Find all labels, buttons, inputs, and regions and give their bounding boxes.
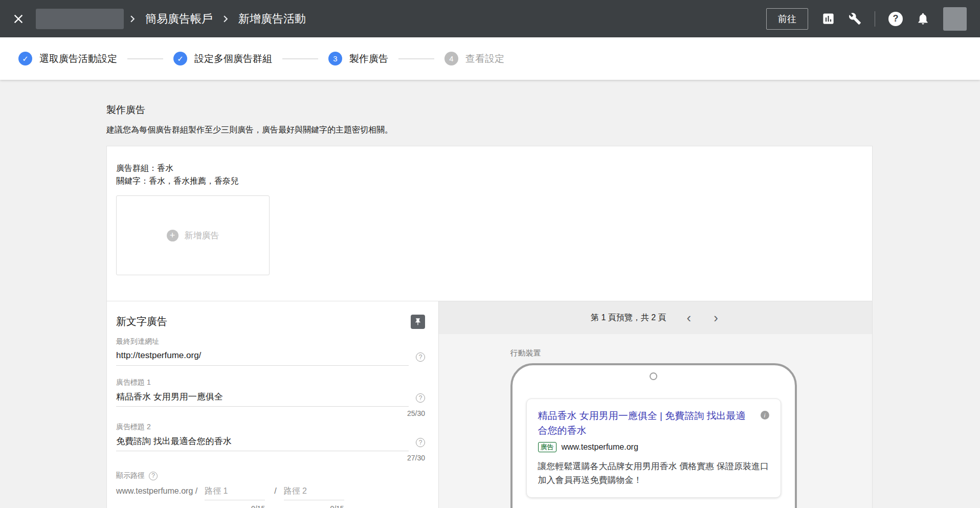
ad-group-label: 廣告群組：: [116, 164, 157, 172]
help-icon[interactable]: ?: [888, 12, 903, 26]
headline2-label: 廣告標題 2: [116, 423, 425, 432]
step-number: 4: [444, 52, 458, 65]
final-url-label: 最終到達網址: [116, 337, 425, 346]
chevron-right-icon: [219, 12, 232, 26]
account-name-redacted: [36, 9, 124, 29]
topbar-divider: [875, 11, 875, 27]
check-icon: ✓: [18, 52, 32, 65]
headline2-input[interactable]: [116, 433, 409, 451]
path1-counter: 0/15: [205, 504, 265, 508]
pin-icon[interactable]: [411, 315, 425, 329]
path2-input[interactable]: [284, 485, 344, 500]
main-content: 製作廣告 建議您為每個廣告群組製作至少三則廣告，廣告最好與關鍵字的主題密切相關。…: [0, 80, 980, 508]
check-icon: ✓: [173, 52, 187, 65]
headline1-input[interactable]: [116, 388, 409, 407]
page-title: 製作廣告: [106, 103, 980, 117]
help-circle-icon[interactable]: ?: [416, 393, 425, 403]
page-subtitle: 建議您為每個廣告群組製作至少三則廣告，廣告最好與關鍵字的主題密切相關。: [106, 125, 980, 136]
top-app-bar: 簡易廣告帳戶 新增廣告活動 前往 ?: [0, 0, 980, 37]
add-ad-button[interactable]: + 新增廣告: [116, 195, 270, 275]
headline1-label: 廣告標題 1: [116, 378, 425, 387]
device-label: 行動裝置: [510, 348, 801, 358]
phone-camera: [650, 372, 657, 380]
display-base-url: www.testperfume.org /: [116, 485, 197, 496]
ad-group-section: 廣告群組：香水 關鍵字：香水，香水推薦，香奈兒 + 新增廣告: [107, 146, 872, 301]
ad-group-value: 香水: [157, 164, 173, 172]
path-separator: /: [274, 485, 276, 496]
step-review-settings[interactable]: 4 查看設定: [444, 52, 504, 65]
breadcrumb-account-type: 簡易廣告帳戶: [145, 11, 213, 27]
headline1-counter: 25/30: [116, 409, 425, 417]
step-connector: [127, 58, 163, 59]
headline2-counter: 27/30: [116, 454, 425, 462]
info-icon[interactable]: i: [761, 411, 769, 419]
step-connector: [282, 58, 318, 59]
ad-preview-panel: 第 1 頁預覽，共 2 頁 ‹ › 行動裝置 精品香水 女用男用一應俱全 | 免…: [438, 301, 872, 508]
chevron-left-icon[interactable]: ‹: [685, 311, 694, 324]
ad-preview-title: 精品香水 女用男用一應俱全 | 免費諮詢 找出最適合您的香水: [538, 408, 755, 438]
preview-pager: 第 1 頁預覽，共 2 頁 ‹ ›: [439, 301, 872, 334]
path1-input[interactable]: [205, 485, 265, 500]
keywords-label: 關鍵字：: [116, 176, 149, 185]
plus-icon: +: [167, 230, 179, 241]
ad-preview-card: 精品香水 女用男用一應俱全 | 免費諮詢 找出最適合您的香水 i 廣告 www.…: [526, 399, 781, 498]
create-ads-card: 廣告群組：香水 關鍵字：香水，香水推薦，香奈兒 + 新增廣告 新文字廣告 最終到…: [106, 146, 873, 508]
help-circle-icon[interactable]: ?: [416, 438, 425, 447]
ad-preview-description: 讓您輕鬆選購各大品牌女用男用香水 價格實惠 保證原裝進口 加入會員再送免費購物金…: [538, 459, 769, 487]
step-select-campaign-settings[interactable]: ✓ 選取廣告活動設定: [18, 52, 117, 65]
keywords-row: 關鍵字：香水，香水推薦，香奈兒: [116, 174, 872, 187]
wrench-icon[interactable]: [849, 12, 861, 25]
preview-pager-text: 第 1 頁預覽，共 2 頁: [591, 313, 666, 323]
wizard-stepper: ✓ 選取廣告活動設定 ✓ 設定多個廣告群組 3 製作廣告 4 查看設定: [0, 37, 980, 80]
step-set-ad-groups[interactable]: ✓ 設定多個廣告群組: [173, 52, 272, 65]
keywords-value: 香水，香水推薦，香奈兒: [149, 176, 239, 185]
add-ad-label: 新增廣告: [185, 230, 219, 241]
help-circle-icon[interactable]: ?: [149, 472, 158, 480]
ad-badge: 廣告: [538, 442, 556, 452]
help-circle-icon[interactable]: ?: [416, 352, 425, 362]
step-create-ads[interactable]: 3 製作廣告: [328, 52, 388, 65]
phone-mockup: 精品香水 女用男用一應俱全 | 免費諮詢 找出最適合您的香水 i 廣告 www.…: [510, 363, 797, 508]
close-icon[interactable]: [11, 12, 26, 26]
display-path-label: 顯示路徑 ?: [116, 471, 425, 480]
chevron-right-icon: [126, 12, 139, 26]
step-number: 3: [328, 52, 342, 65]
breadcrumb-page-title: 新增廣告活動: [238, 11, 306, 27]
go-button[interactable]: 前往: [766, 8, 808, 30]
topbar-actions: 前往 ?: [766, 7, 967, 31]
ad-group-row: 廣告群組：香水: [116, 162, 872, 174]
avatar[interactable]: [943, 7, 967, 31]
ad-preview-url: www.testperfume.org: [562, 443, 638, 452]
form-title: 新文字廣告: [116, 315, 411, 328]
notifications-bell-icon[interactable]: [916, 12, 930, 26]
display-path-row: www.testperfume.org / 0/15 / 0/15: [116, 485, 425, 508]
bar-chart-icon[interactable]: [821, 12, 835, 26]
new-text-ad-form: 新文字廣告 最終到達網址 ? 廣告標題 1 ? 25/30 廣告標題 2: [107, 301, 438, 508]
chevron-right-icon[interactable]: ›: [711, 311, 720, 324]
path2-counter: 0/15: [284, 504, 344, 508]
step-connector: [398, 58, 434, 59]
final-url-input[interactable]: [116, 347, 409, 366]
